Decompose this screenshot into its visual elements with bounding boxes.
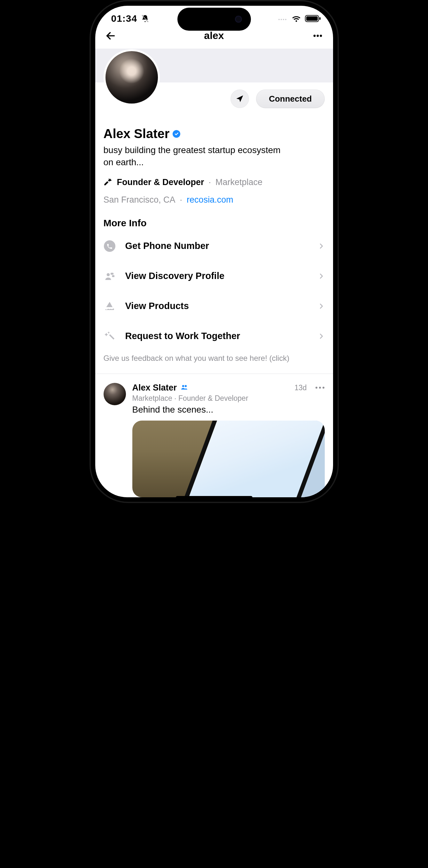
avatar-image [105,51,158,103]
profile-role: Founder & Developer [117,177,204,187]
svg-point-15 [182,385,184,387]
svg-point-0 [278,19,280,20]
chevron-right-icon [318,303,325,310]
profile-company: Marketplace [215,177,263,187]
arrow-left-icon [105,30,116,41]
bell-off-icon [141,14,149,23]
screen: 01:34 alex [95,6,333,497]
list-item-label: Get Phone Number [125,241,308,251]
page-title: alex [118,30,311,41]
more-horizontal-icon [312,30,323,41]
list-item-products[interactable]: View Products [103,291,325,321]
svg-point-16 [185,385,187,387]
magic-wand-icon [103,330,116,342]
svg-rect-5 [306,16,318,21]
camera-dot [235,16,242,23]
avatar[interactable] [103,49,160,105]
list-item-discovery[interactable]: View Discovery Profile [103,261,325,291]
connected-label: Connected [269,94,312,104]
svg-point-3 [285,19,286,20]
list-item-work-together[interactable]: Request to Work Together [103,321,325,351]
svg-point-18 [319,387,321,389]
status-right [278,15,321,22]
role-row: Founder & Developer · Marketplace [103,177,325,188]
chevron-right-icon [318,273,325,280]
dot-icon: · [209,177,211,187]
chevron-right-icon [318,333,325,340]
chevron-right-icon [318,243,325,250]
list-item-label: View Products [125,301,308,311]
sailboat-icon [103,300,116,312]
profile-website-link[interactable]: recosia.com [187,195,233,205]
wifi-icon [292,15,301,22]
post-header-right: 13d [295,383,325,392]
dot-icon: · [180,195,183,205]
back-button[interactable] [103,29,118,43]
status-time: 01:34 [111,13,137,24]
post-text: Behind the scenes... [132,405,325,415]
post-header: Alex Slater 13d [132,383,325,393]
name-row: Alex Slater [103,127,325,141]
device-frame: 01:34 alex [90,0,339,503]
cellular-dots-icon [278,17,288,21]
svg-rect-6 [319,17,320,20]
status-left: 01:34 [111,13,150,24]
svg-point-12 [106,273,110,276]
feedback-link[interactable]: Give us feedback on what you want to see… [103,351,325,374]
svg-point-10 [319,34,322,37]
more-info-title: More Info [103,218,325,228]
post-author: Alex Slater [132,383,177,393]
divider [95,374,333,374]
svg-point-17 [315,387,317,389]
post: Alex Slater 13d Marketplace · Founder & … [95,374,333,497]
message-button[interactable] [231,90,249,108]
display-name: Alex Slater [103,127,170,141]
post-media[interactable] [132,421,325,497]
list-item-phone[interactable]: Get Phone Number [103,231,325,261]
profile-header: Connected Alex Slater busy building the … [95,83,333,374]
location-row: San Francisco, CA · recosia.com [103,195,325,205]
svg-rect-14 [112,275,115,277]
phone-icon [103,240,116,252]
verified-badge-icon [173,130,180,138]
paper-plane-icon [235,94,244,103]
bio: busy building the greatest startup ecosy… [103,144,289,168]
people-badge-icon [181,384,188,391]
connected-button[interactable]: Connected [256,90,325,108]
svg-point-8 [313,34,315,37]
post-meta: Marketplace · Founder & Developer [132,394,325,403]
svg-point-11 [104,240,115,252]
battery-icon [305,15,321,22]
post-avatar[interactable] [103,383,126,405]
svg-point-2 [283,19,284,20]
list-item-label: View Discovery Profile [125,271,308,281]
svg-point-9 [316,34,319,37]
list-item-label: Request to Work Together [125,331,308,341]
svg-point-19 [323,387,325,389]
svg-point-1 [281,19,282,20]
post-more-button[interactable] [315,386,325,389]
svg-rect-13 [111,273,114,275]
dynamic-island [177,8,251,31]
profile-location: San Francisco, CA [103,195,176,205]
people-icon [103,270,116,282]
post-main: Alex Slater 13d Marketplace · Founder & … [132,383,325,497]
hammer-icon [103,177,113,188]
nav-more-button[interactable] [311,29,325,43]
more-info-list: Get Phone Number View Discovery Profile … [103,231,325,351]
home-indicator [176,496,252,499]
post-time: 13d [295,383,307,392]
